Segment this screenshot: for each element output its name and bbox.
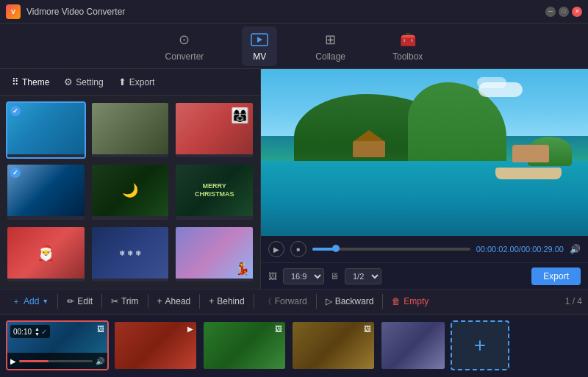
bottom-toolbar: ＋ Add ▼ ✏ Edit ✂ Trim + Ahead + Behi bbox=[0, 290, 588, 315]
video-controls-bar: ▶ ■ 00:00:02.00/00:00:29.00 🔊 bbox=[261, 236, 588, 262]
trim-button[interactable]: ✂ Trim bbox=[105, 293, 145, 309]
tab-collage[interactable]: ⊞ Collage bbox=[306, 26, 354, 66]
add-dropdown-icon: ▼ bbox=[42, 298, 49, 305]
separator-7 bbox=[382, 294, 383, 309]
play-button[interactable]: ▶ bbox=[268, 241, 284, 257]
mv-tab-label: MV bbox=[253, 51, 266, 62]
export-panel-button[interactable]: ⬆ Export bbox=[112, 73, 161, 90]
app-title: Vidmore Video Converter bbox=[26, 7, 545, 17]
minimize-button[interactable]: ─ bbox=[545, 7, 556, 17]
separator-2 bbox=[101, 294, 102, 309]
timeline-add-button[interactable]: + bbox=[451, 320, 509, 370]
forward-button[interactable]: 〈 Forward bbox=[257, 292, 313, 311]
timeline-item-5[interactable] bbox=[380, 320, 446, 370]
title-bar: V Vidmore Video Converter ─ □ ✕ bbox=[0, 0, 588, 24]
theme-christmas-eve[interactable]: 🌙 Christmas Eve bbox=[90, 163, 171, 220]
forward-icon: 〈 bbox=[263, 295, 272, 308]
left-panel: ⠿ Theme ⚙ Setting ⬆ Export ✓ bbox=[0, 69, 261, 289]
theme-christmas-eve-label: Christmas Eve bbox=[92, 216, 169, 220]
app-logo: V bbox=[6, 4, 21, 19]
export-button[interactable]: Export bbox=[531, 268, 581, 285]
export-icon: ⬆ bbox=[118, 76, 126, 87]
toolbox-tab-label: Toolbox bbox=[392, 51, 423, 62]
clip-ratio-select[interactable]: 1/2 1/1 2/1 bbox=[345, 268, 381, 284]
tl-audio-icon[interactable]: 🔊 bbox=[96, 357, 104, 365]
left-toolbar: ⠿ Theme ⚙ Setting ⬆ Export bbox=[0, 69, 260, 96]
separator-5 bbox=[254, 294, 254, 309]
converter-tab-label: Converter bbox=[165, 51, 204, 62]
video-preview bbox=[261, 69, 588, 236]
nav-tabs: ⊙ Converter MV ⊞ Collage 🧰 Toolbox bbox=[0, 24, 588, 69]
bottom-area: ＋ Add ▼ ✏ Edit ✂ Trim + Ahead + Behi bbox=[0, 289, 588, 377]
theme-merry-christmas[interactable]: MERRYCHRISTMAS Merry Christmas bbox=[174, 163, 254, 220]
behind-button[interactable]: + Behind bbox=[203, 293, 250, 309]
separator-3 bbox=[148, 294, 148, 309]
converter-icon: ⊙ bbox=[176, 31, 193, 49]
theme-happy[interactable]: 👩‍👩‍👧 Happy bbox=[174, 101, 254, 159]
settings-icon: ⚙ bbox=[64, 76, 73, 87]
empty-button[interactable]: 🗑 Empty bbox=[386, 293, 434, 309]
stop-button[interactable]: ■ bbox=[290, 241, 306, 257]
theme-santa-claus[interactable]: 🎅 Santa Claus bbox=[6, 226, 86, 283]
separator-6 bbox=[316, 294, 317, 309]
separator-4 bbox=[199, 294, 200, 309]
edit-icon: ✏ bbox=[67, 296, 74, 306]
ahead-icon: + bbox=[157, 296, 162, 306]
content-area: ⠿ Theme ⚙ Setting ⬆ Export ✓ bbox=[0, 69, 588, 289]
theme-chic-label: Chic bbox=[7, 216, 85, 220]
theme-snowy-night[interactable]: ❄ ❄ ❄ Snowy Night bbox=[90, 226, 171, 283]
theme-chic[interactable]: ✓ Chic bbox=[6, 163, 86, 220]
theme-neat[interactable]: Neat bbox=[90, 101, 171, 159]
timeline-item-3[interactable]: 🖼 bbox=[202, 320, 287, 370]
volume-icon[interactable]: 🔊 bbox=[570, 244, 581, 254]
separator-1 bbox=[57, 294, 58, 309]
duration-up[interactable]: ▲ bbox=[35, 326, 40, 331]
page-info: 1 / 4 bbox=[565, 296, 582, 306]
window-controls: ─ □ ✕ bbox=[545, 7, 582, 17]
item3-type-icon: 🖼 bbox=[275, 325, 282, 333]
empty-icon: 🗑 bbox=[392, 296, 401, 306]
ahead-button[interactable]: + Ahead bbox=[151, 293, 197, 309]
add-button[interactable]: ＋ Add ▼ bbox=[6, 292, 54, 311]
timeline-item-1[interactable]: 00:10 ▲ ▼ ✓ 🖼 ▶ bbox=[6, 320, 109, 370]
aspect-ratio-select[interactable]: 16:9 4:3 1:1 bbox=[283, 268, 324, 284]
edit-button[interactable]: ✏ Edit bbox=[61, 293, 98, 309]
theme-current[interactable]: ✓ Current bbox=[6, 101, 86, 159]
theme-snowy-night-label: Snowy Night bbox=[92, 279, 169, 283]
collage-tab-label: Collage bbox=[315, 51, 345, 62]
duration-display: 00:10 bbox=[13, 328, 32, 336]
duration-check: ✓ bbox=[41, 328, 47, 336]
tl-play-icon[interactable]: ▶ bbox=[10, 357, 16, 365]
frame-icon: 🖼 bbox=[268, 271, 277, 281]
timeline: 00:10 ▲ ▼ ✓ 🖼 ▶ bbox=[0, 315, 588, 377]
timeline-item-2[interactable]: ▶ bbox=[113, 320, 198, 370]
setting-button[interactable]: ⚙ Setting bbox=[58, 73, 109, 90]
progress-bar[interactable] bbox=[312, 248, 470, 251]
app-container: V Vidmore Video Converter ─ □ ✕ ⊙ Conver… bbox=[0, 0, 588, 377]
right-panel: ▶ ■ 00:00:02.00/00:00:29.00 🔊 🖼 16:9 4:3 bbox=[261, 69, 588, 289]
toolbox-icon: 🧰 bbox=[399, 31, 417, 49]
video-bottom-bar: 🖼 16:9 4:3 1:1 🖥 1/2 1/1 2/1 Export bbox=[261, 262, 588, 289]
duration-down[interactable]: ▼ bbox=[35, 331, 40, 337]
add-icon: ＋ bbox=[12, 295, 21, 308]
theme-happy-label: Happy bbox=[176, 154, 253, 159]
collage-icon: ⊞ bbox=[322, 31, 340, 49]
mv-icon bbox=[251, 31, 268, 49]
maximize-button[interactable]: □ bbox=[559, 7, 569, 17]
theme-current-label: Current bbox=[7, 154, 85, 159]
item2-type-icon: ▶ bbox=[187, 325, 193, 333]
timeline-item-4[interactable]: 🖼 bbox=[291, 320, 376, 370]
theme-button[interactable]: ⠿ Theme bbox=[6, 73, 55, 90]
close-button[interactable]: ✕ bbox=[572, 7, 582, 17]
theme-grid: ✓ Current Neat 👩‍👩‍👧 Happy bbox=[0, 96, 260, 289]
theme-santa-claus-label: Santa Claus bbox=[7, 279, 85, 283]
backward-button[interactable]: ▷ Backward bbox=[320, 293, 380, 309]
theme-neat-label: Neat bbox=[92, 154, 169, 159]
image-type-icon: 🖼 bbox=[97, 325, 104, 333]
tab-converter[interactable]: ⊙ Converter bbox=[157, 26, 213, 66]
tab-toolbox[interactable]: 🧰 Toolbox bbox=[384, 26, 431, 66]
tab-mv[interactable]: MV bbox=[242, 26, 277, 66]
monitor-icon: 🖥 bbox=[330, 271, 339, 281]
backward-icon: ▷ bbox=[326, 296, 332, 306]
theme-stripes-waves[interactable]: 💃 Stripes & Waves bbox=[174, 226, 254, 283]
